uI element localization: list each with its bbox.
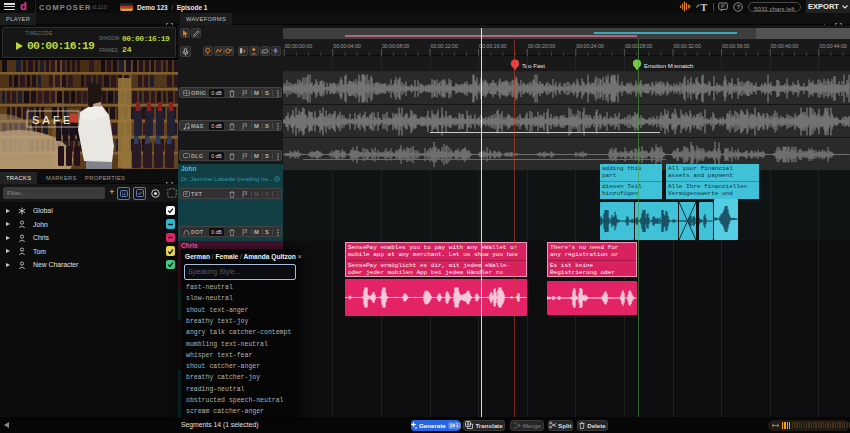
svg-text:?: ? [736,4,740,10]
svg-text:SAFE: SAFE [32,114,74,126]
svg-text:A: A [467,422,471,427]
svg-text:T: T [701,2,708,13]
